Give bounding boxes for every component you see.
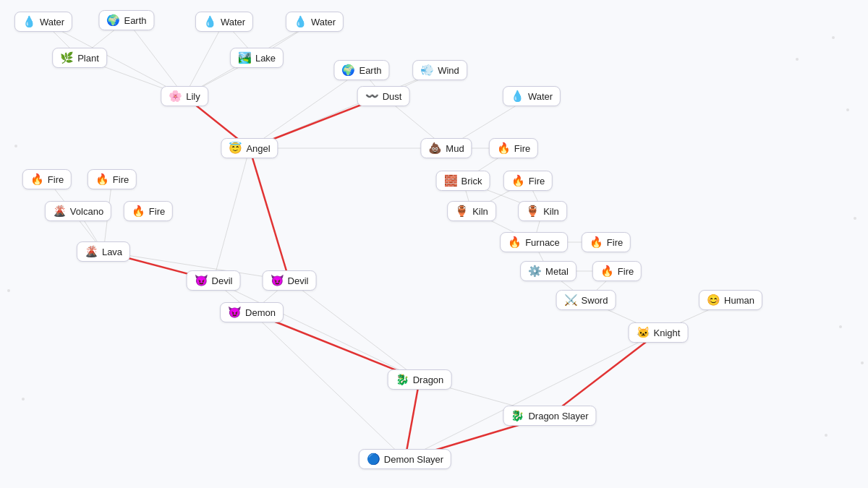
node-lava[interactable]: 🌋Lava: [77, 241, 130, 262]
node-label-devil1: Devil: [212, 275, 233, 286]
svg-line-47: [550, 333, 658, 416]
node-knight[interactable]: 🐱Knight: [629, 322, 689, 343]
svg-line-49: [405, 380, 420, 459]
svg-line-57: [405, 380, 420, 459]
node-fire6[interactable]: 🔥Fire: [582, 232, 631, 252]
node-kiln1[interactable]: 🏺Kiln: [447, 201, 496, 221]
node-lake[interactable]: 🏞️Lake: [230, 48, 284, 68]
node-icon-devil2: 😈: [271, 274, 284, 287]
node-label-plant: Plant: [77, 53, 99, 64]
graph-container: 💧Water🌍Earth💧Water💧Water🌿Plant🏞️Lake🌍Ear…: [0, 0, 868, 488]
node-fire2[interactable]: 🔥Fire: [22, 169, 72, 189]
node-earth1[interactable]: 🌍Earth: [98, 10, 154, 30]
node-label-demonslayer: Demon Slayer: [384, 454, 443, 465]
node-mud[interactable]: 💩Mud: [420, 138, 472, 158]
svg-line-12: [250, 70, 362, 148]
node-water3[interactable]: 💧Water: [286, 12, 344, 32]
node-label-fire1: Fire: [514, 143, 530, 154]
node-water2[interactable]: 💧Water: [195, 12, 253, 32]
node-icon-furnace: 🔥: [508, 236, 522, 249]
node-icon-dragonslayer: 🐉: [511, 409, 524, 422]
node-label-dragon: Dragon: [413, 374, 444, 385]
node-volcano[interactable]: 🌋Volcano: [45, 201, 111, 221]
node-label-demon: Demon: [245, 307, 276, 318]
node-label-mud: Mud: [446, 143, 464, 154]
node-dust[interactable]: 〰️Dust: [357, 86, 410, 106]
node-icon-lava: 🌋: [85, 245, 98, 258]
node-devil1[interactable]: 😈Devil: [187, 270, 241, 291]
node-label-devil2: Devil: [288, 275, 309, 286]
svg-line-59: [550, 333, 658, 416]
node-icon-dust: 〰️: [365, 90, 379, 103]
node-icon-demonslayer: 🔵: [367, 453, 380, 466]
node-fire4[interactable]: 🔥Fire: [503, 171, 553, 191]
node-icon-kiln2: 🏺: [526, 205, 540, 218]
node-icon-angel: 😇: [229, 142, 242, 155]
node-label-brick: Brick: [461, 176, 482, 187]
node-icon-fire3: 🔥: [95, 173, 109, 186]
node-lily[interactable]: 🌸Lily: [161, 86, 208, 106]
node-icon-dragon: 🐉: [396, 373, 409, 386]
node-sword[interactable]: ⚔️Sword: [556, 290, 616, 310]
node-dragon[interactable]: 🐉Dragon: [388, 369, 452, 390]
node-label-kiln2: Kiln: [543, 206, 559, 217]
node-fire3[interactable]: 🔥Fire: [88, 169, 137, 189]
node-human[interactable]: 😊Human: [699, 290, 762, 310]
node-label-fire6: Fire: [607, 237, 623, 248]
node-dragonslayer[interactable]: 🐉Dragon Slayer: [503, 406, 596, 426]
node-label-earth1: Earth: [124, 15, 146, 26]
node-water1[interactable]: 💧Water: [14, 12, 72, 32]
node-label-fire3: Fire: [113, 174, 129, 185]
node-kiln2[interactable]: 🏺Kiln: [518, 201, 567, 221]
node-icon-earth1: 🌍: [106, 14, 120, 27]
node-label-furnace: Furnace: [525, 237, 560, 248]
node-label-kiln1: Kiln: [472, 206, 488, 217]
node-icon-sword: ⚔️: [564, 294, 578, 307]
node-icon-fire2: 🔥: [30, 173, 44, 186]
svg-line-44: [213, 281, 420, 380]
node-icon-brick: 🧱: [444, 174, 458, 187]
node-icon-volcano: 🌋: [53, 205, 67, 218]
node-icon-kiln1: 🏺: [455, 205, 469, 218]
node-icon-fire7: 🔥: [600, 265, 614, 278]
node-furnace[interactable]: 🔥Furnace: [500, 232, 568, 252]
node-label-knight: Knight: [654, 328, 681, 338]
node-metal[interactable]: ⚙️Metal: [520, 261, 576, 281]
node-fire5[interactable]: 🔥Fire: [124, 201, 173, 221]
svg-line-45: [289, 281, 420, 380]
node-plant[interactable]: 🌿Plant: [52, 48, 107, 68]
node-icon-water3: 💧: [294, 15, 307, 28]
node-wind[interactable]: 💨Wind: [412, 60, 467, 80]
node-water4[interactable]: 💧Water: [503, 86, 561, 106]
node-fire7[interactable]: 🔥Fire: [592, 261, 642, 281]
node-label-water1: Water: [40, 17, 64, 27]
node-angel[interactable]: 😇Angel: [221, 138, 278, 158]
node-label-volcano: Volcano: [70, 206, 103, 217]
node-label-fire7: Fire: [618, 266, 634, 277]
node-label-earth2: Earth: [359, 65, 381, 76]
svg-line-6: [184, 22, 224, 96]
node-icon-fire5: 🔥: [132, 205, 145, 218]
node-icon-mud: 💩: [428, 142, 442, 155]
node-icon-earth2: 🌍: [341, 64, 355, 77]
node-label-wind: Wind: [438, 65, 459, 76]
node-icon-metal: ⚙️: [528, 265, 542, 278]
node-icon-lily: 🌸: [169, 90, 182, 103]
node-label-water4: Water: [528, 91, 553, 102]
node-icon-lake: 🏞️: [238, 51, 252, 64]
node-demon[interactable]: 😈Demon: [220, 302, 284, 322]
node-brick[interactable]: 🧱Brick: [436, 171, 490, 191]
node-fire1[interactable]: 🔥Fire: [489, 138, 538, 158]
node-demonslayer[interactable]: 🔵Demon Slayer: [359, 449, 451, 469]
node-label-lily: Lily: [186, 91, 200, 102]
svg-line-13: [250, 70, 440, 148]
node-label-angel: Angel: [246, 143, 270, 154]
node-label-sword: Sword: [582, 295, 608, 306]
node-earth2[interactable]: 🌍Earth: [333, 60, 389, 80]
node-devil2[interactable]: 😈Devil: [263, 270, 317, 291]
node-icon-demon: 😈: [228, 306, 242, 319]
node-label-water2: Water: [221, 17, 245, 27]
node-icon-fire4: 🔥: [511, 174, 525, 187]
svg-line-51: [405, 333, 658, 459]
node-icon-knight: 🐱: [637, 326, 650, 339]
